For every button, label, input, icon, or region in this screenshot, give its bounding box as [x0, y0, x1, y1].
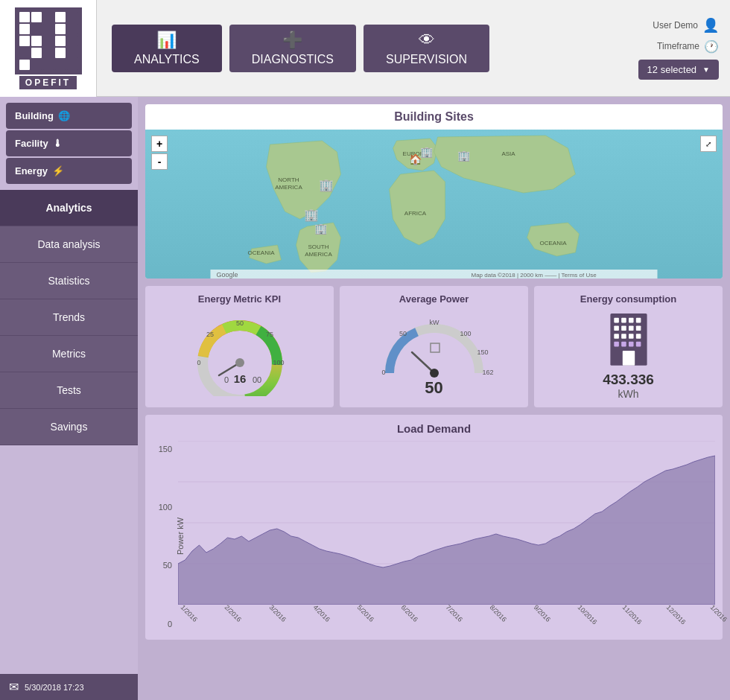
- svg-text:🏢: 🏢: [420, 146, 434, 159]
- svg-text:00: 00: [253, 375, 261, 384]
- svg-rect-60: [635, 342, 641, 347]
- svg-text:100: 100: [273, 359, 284, 366]
- chart-title: Load Demand: [153, 422, 715, 435]
- svg-text:🏢: 🏢: [314, 223, 328, 235]
- tab-supervision-label: SUPERVISION: [386, 53, 467, 66]
- globe-icon: 🌐: [58, 110, 70, 121]
- dropdown-label: 12 selected: [647, 64, 697, 75]
- header: OPEFIT 📊 ANALYTICS ➕ DIAGNOSTICS 👁 SUPER…: [0, 0, 730, 97]
- sidebar-tests-label: Tests: [57, 384, 81, 396]
- facility-label: Facility: [15, 138, 48, 149]
- svg-text:162: 162: [482, 369, 493, 376]
- svg-text:ASIA: ASIA: [501, 150, 515, 157]
- svg-text:🏢: 🏢: [304, 208, 319, 222]
- svg-text:100: 100: [460, 330, 471, 337]
- energy-button[interactable]: Energy ⚡: [6, 158, 132, 184]
- sidebar-item-savings[interactable]: Savings: [0, 409, 138, 445]
- svg-point-36: [430, 369, 439, 378]
- avg-power-value: 50: [425, 378, 442, 398]
- svg-text:NORTH: NORTH: [278, 176, 299, 183]
- svg-text:OCEANIA: OCEANIA: [539, 240, 567, 246]
- analytics-icon: 📊: [156, 31, 177, 50]
- svg-rect-48: [635, 318, 641, 323]
- svg-text:25: 25: [206, 331, 213, 338]
- sidebar-item-metrics[interactable]: Metrics: [0, 336, 138, 372]
- sidebar-statistics-label: Statistics: [48, 275, 89, 287]
- zoom-out-button[interactable]: -: [151, 153, 168, 170]
- svg-text:AMERICA: AMERICA: [275, 184, 302, 191]
- svg-rect-53: [614, 334, 619, 339]
- timeframe-row: Timeframe 🕐: [657, 39, 719, 54]
- chart-section: Load Demand 150 100 50 0 Power kW: [145, 415, 723, 640]
- supervision-icon: 👁: [419, 31, 435, 50]
- kpi-energy-metric-gauge: 0 25 50 75 100 0 16 00: [153, 311, 326, 400]
- thermometer-icon: 🌡: [53, 138, 63, 149]
- sidebar-item-analytics[interactable]: Analytics: [0, 190, 138, 226]
- header-right: User Demo 👤 Timeframe 🕐 12 selected ▼: [626, 10, 730, 87]
- facility-button[interactable]: Facility 🌡: [6, 130, 132, 156]
- content-area: Building Sites: [138, 97, 730, 700]
- x-tick-1: 1/2016: [179, 603, 201, 626]
- nav-tabs: 📊 ANALYTICS ➕ DIAGNOSTICS 👁 SUPERVISION: [97, 17, 626, 80]
- svg-rect-45: [614, 318, 619, 323]
- tab-supervision[interactable]: 👁 SUPERVISION: [364, 25, 489, 72]
- load-demand-chart: [178, 441, 715, 605]
- kpi-average-power-gauge: 0 50 kW 100 150 162 50: [347, 311, 521, 400]
- lightning-icon: ⚡: [52, 165, 64, 176]
- mail-icon: ✉: [9, 680, 19, 694]
- svg-text:SOUTH: SOUTH: [308, 244, 329, 250]
- x-tick-5: 5/2016: [355, 603, 378, 626]
- footer-time: 5/30/2018 17:23: [25, 683, 84, 692]
- timeframe-label: Timeframe: [657, 41, 699, 51]
- building-button[interactable]: Building 🌐: [6, 103, 132, 129]
- kpi-average-power: Average Power 0: [340, 286, 528, 407]
- x-tick-11: 11/2016: [620, 603, 643, 626]
- tab-diagnostics[interactable]: ➕ DIAGNOSTICS: [229, 25, 356, 72]
- svg-text:50: 50: [235, 319, 243, 327]
- y-tick-150: 150: [159, 445, 172, 454]
- x-tick-13: 1/2016: [708, 603, 730, 626]
- sidebar-nav: Analytics Data analysis Statistics Trend…: [0, 190, 138, 445]
- sidebar-metrics-label: Metrics: [52, 348, 86, 360]
- building-gauge-svg: [599, 311, 658, 372]
- semicircle-gauge: 0 50 kW 100 150 162: [375, 314, 494, 384]
- svg-rect-49: [614, 326, 619, 331]
- sidebar: Building 🌐 Facility 🌡 Energy ⚡ Analytics…: [0, 97, 138, 700]
- map-controls: + -: [151, 136, 168, 170]
- sidebar-item-trends[interactable]: Trends: [0, 299, 138, 336]
- x-tick-9: 9/2016: [532, 603, 554, 626]
- x-tick-7: 7/2016: [444, 603, 466, 626]
- svg-text:🏢: 🏢: [319, 178, 334, 192]
- svg-text:0: 0: [223, 375, 228, 384]
- svg-rect-57: [614, 342, 619, 347]
- svg-text:150: 150: [477, 349, 488, 356]
- timeframe-dropdown[interactable]: 12 selected ▼: [638, 60, 719, 80]
- map-area: NORTH AMERICA SOUTH AMERICA EUROPE AFRIC…: [145, 130, 723, 279]
- sidebar-item-data-analysis[interactable]: Data analysis: [0, 226, 138, 263]
- user-icon: 👤: [702, 17, 719, 34]
- kpi-energy-metric: Energy Metric KPI: [145, 286, 334, 407]
- svg-rect-54: [621, 334, 626, 339]
- x-tick-12: 12/2016: [664, 603, 687, 626]
- kpi-energy-consumption-gauge: 433.336 kWh: [542, 311, 715, 400]
- x-tick-10: 10/2016: [577, 603, 599, 626]
- svg-rect-55: [629, 334, 634, 339]
- sidebar-item-tests[interactable]: Tests: [0, 372, 138, 409]
- tab-analytics[interactable]: 📊 ANALYTICS: [112, 25, 222, 72]
- sidebar-item-statistics[interactable]: Statistics: [0, 263, 138, 299]
- fullscreen-button[interactable]: ⤢: [700, 136, 717, 152]
- svg-rect-56: [635, 334, 641, 339]
- zoom-in-button[interactable]: +: [151, 136, 168, 152]
- svg-text:50: 50: [399, 330, 406, 337]
- tab-analytics-label: ANALYTICS: [134, 53, 200, 66]
- y-tick-0: 0: [168, 620, 172, 629]
- svg-rect-58: [621, 342, 626, 347]
- svg-text:AMERICA: AMERICA: [305, 251, 332, 258]
- user-label: User Demo: [653, 20, 698, 31]
- kpi-energy-consumption: Energy consumption: [534, 286, 723, 407]
- building-label: Building: [15, 110, 54, 121]
- svg-rect-52: [635, 326, 641, 331]
- kpi-energy-consumption-title: Energy consumption: [542, 293, 715, 305]
- sidebar-savings-label: Savings: [51, 421, 88, 433]
- logo-text: OPEFIT: [19, 76, 77, 89]
